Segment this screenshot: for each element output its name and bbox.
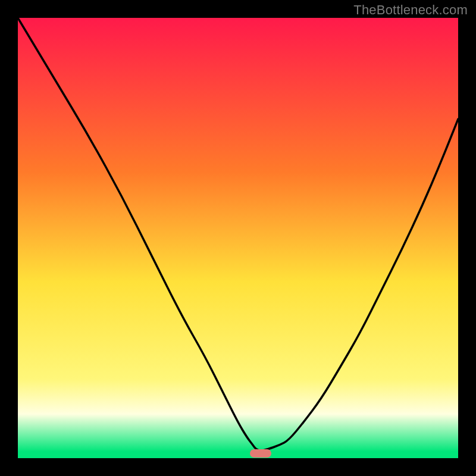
- attribution-label: TheBottleneck.com: [353, 2, 468, 18]
- bottleneck-minimum-marker: [250, 449, 271, 458]
- chart-frame: TheBottleneck.com: [0, 0, 476, 476]
- plot-area: [18, 18, 458, 458]
- bottleneck-curve: [18, 18, 458, 458]
